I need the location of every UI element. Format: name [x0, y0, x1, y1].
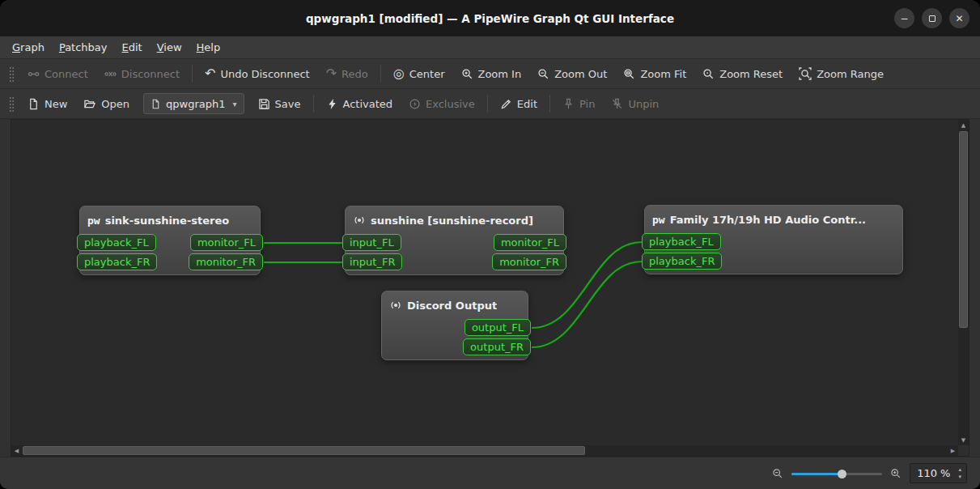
- zoom-in-icon: [890, 468, 902, 479]
- spin-up-icon[interactable]: ▴: [956, 466, 964, 474]
- node-title: Family 17h/19h HD Audio Contr...: [670, 214, 866, 226]
- maximize-button[interactable]: [922, 8, 942, 28]
- menu-item-label: Help: [197, 41, 221, 53]
- pipewire-icon: pw: [652, 214, 665, 226]
- exclusive-icon: [409, 98, 421, 110]
- node-header: Discord Output: [382, 291, 528, 319]
- toolbar-separator: [192, 65, 193, 83]
- chevron-down-icon: ▾: [233, 100, 237, 108]
- close-button[interactable]: ✕: [949, 8, 969, 28]
- scroll-up-arrow[interactable]: ▲: [958, 120, 969, 130]
- vertical-scrollbar-thumb[interactable]: [959, 131, 968, 328]
- toolbar-separator: [380, 65, 381, 83]
- port-sink-playback-fr[interactable]: playback_FR: [77, 253, 157, 270]
- maximize-icon: [929, 15, 935, 22]
- close-icon: ✕: [955, 14, 963, 23]
- zoom-slider-fill: [791, 473, 842, 475]
- edit-button[interactable]: Edit: [493, 92, 545, 116]
- application-icon: [353, 214, 366, 227]
- zoom-slider[interactable]: [791, 467, 882, 480]
- port-sink-monitor-fr[interactable]: monitor_FR: [189, 253, 263, 270]
- menu-item-label: Patchbay: [59, 41, 108, 53]
- unpin-icon: [611, 98, 623, 110]
- redo-icon: ↷: [326, 67, 337, 80]
- scroll-right-arrow[interactable]: ▶: [948, 445, 958, 456]
- port-family-playback-fl[interactable]: playback_FL: [642, 233, 721, 250]
- horizontal-scrollbar[interactable]: ◀ ▶: [11, 445, 958, 456]
- activated-icon: [326, 98, 338, 110]
- port-sunshine-monitor-fr[interactable]: monitor_FR: [492, 253, 566, 270]
- connections-layer: [11, 120, 969, 446]
- port-discord-output-fr[interactable]: output_FR: [463, 338, 531, 355]
- spin-arrows: ▴ ▾: [956, 466, 964, 481]
- pin-button: Pin: [555, 92, 602, 116]
- port-family-playback-fr[interactable]: playback_FR: [642, 253, 722, 270]
- toolbar-drag-handle[interactable]: [9, 66, 15, 82]
- vertical-scrollbar[interactable]: ▲ ▼: [958, 120, 969, 445]
- zoom-range-icon: [799, 67, 812, 80]
- patchbay-file-combo[interactable]: qpwgraph1 ▾: [143, 93, 244, 114]
- undo-disconnect-button[interactable]: ↶ Undo Disconnect: [197, 62, 317, 86]
- zoom-value[interactable]: 110 %: [917, 467, 950, 479]
- zoom-fit-icon: [623, 68, 635, 80]
- horizontal-scrollbar-thumb[interactable]: [23, 446, 585, 455]
- port-sunshine-monitor-fl[interactable]: monitor_FL: [494, 234, 566, 251]
- port-sink-playback-fl[interactable]: playback_FL: [77, 234, 156, 251]
- menu-item-label: View: [157, 41, 182, 53]
- redo-button: ↷ Redo: [319, 62, 375, 86]
- graph-view[interactable]: pw sink-sunshine-stereo playback_FL play…: [11, 119, 969, 457]
- node-header: pw sink-sunshine-stereo: [80, 206, 260, 234]
- central-area: pw sink-sunshine-stereo playback_FL play…: [0, 119, 980, 457]
- exclusive-toggle: Exclusive: [401, 92, 482, 116]
- save-patchbay-button[interactable]: Save: [251, 92, 308, 116]
- minimize-icon: −: [900, 14, 908, 23]
- zoom-in-button[interactable]: Zoom In: [454, 62, 529, 86]
- node-header: pw Family 17h/19h HD Audio Contr...: [645, 206, 902, 233]
- new-file-icon: [28, 98, 40, 110]
- center-icon: ◎: [393, 67, 405, 80]
- zoom-range-button[interactable]: Zoom Range: [791, 62, 891, 86]
- menu-graph[interactable]: Graph: [5, 36, 52, 58]
- menu-help[interactable]: Help: [189, 36, 228, 58]
- center-button[interactable]: ◎ Center: [386, 62, 452, 86]
- toolbar-drag-handle[interactable]: [9, 96, 15, 112]
- save-icon: [258, 98, 270, 110]
- menu-edit[interactable]: Edit: [115, 36, 150, 58]
- port-sunshine-input-fl[interactable]: input_FL: [342, 234, 401, 251]
- menu-item-label: Graph: [12, 41, 45, 53]
- toolbar-separator: [549, 95, 550, 113]
- pin-icon: [562, 98, 575, 110]
- node-title: sink-sunshine-stereo: [105, 215, 230, 227]
- menu-view[interactable]: View: [150, 36, 189, 58]
- port-sunshine-input-fr[interactable]: input_FR: [342, 253, 402, 270]
- scrollbar-corner: [958, 445, 969, 456]
- node-discord-output[interactable]: Discord Output output_FL output_FR: [381, 291, 528, 360]
- titlebar[interactable]: qpwgraph1 [modified] — A PipeWire Graph …: [0, 0, 980, 36]
- port-sink-monitor-fl[interactable]: monitor_FL: [190, 234, 263, 251]
- spin-down-icon[interactable]: ▾: [956, 474, 964, 481]
- scroll-left-arrow[interactable]: ◀: [11, 445, 22, 456]
- zoom-slider-handle[interactable]: [838, 470, 846, 478]
- node-sink-sunshine-stereo[interactable]: pw sink-sunshine-stereo playback_FL play…: [79, 206, 261, 275]
- new-patchbay-button[interactable]: New: [20, 92, 74, 116]
- zoom-fit-button[interactable]: Zoom Fit: [616, 62, 694, 86]
- toolbar-separator: [487, 95, 488, 113]
- node-sunshine-record[interactable]: sunshine [sunshine-record] input_FL inpu…: [345, 206, 564, 275]
- zoom-reset-button[interactable]: Zoom Reset: [695, 62, 790, 86]
- open-folder-icon: [83, 98, 96, 110]
- disconnect-button: Disconnect: [97, 62, 187, 86]
- open-patchbay-button[interactable]: Open: [76, 92, 137, 116]
- scroll-down-arrow[interactable]: ▼: [958, 435, 969, 445]
- statusbar: 110 % ▴ ▾: [0, 457, 980, 489]
- zoom-out-button[interactable]: Zoom Out: [530, 62, 614, 86]
- undo-icon: ↶: [205, 67, 215, 80]
- connect-icon: [28, 68, 40, 80]
- menu-patchbay[interactable]: Patchbay: [52, 36, 115, 58]
- window-controls: − ✕: [894, 8, 980, 28]
- zoom-spinbox[interactable]: 110 % ▴ ▾: [910, 463, 967, 483]
- port-discord-output-fl[interactable]: output_FL: [465, 319, 531, 336]
- activated-toggle[interactable]: Activated: [319, 92, 401, 116]
- node-family-audio-controller[interactable]: pw Family 17h/19h HD Audio Contr... play…: [644, 205, 903, 274]
- minimize-button[interactable]: −: [894, 8, 914, 28]
- node-header: sunshine [sunshine-record]: [346, 206, 563, 234]
